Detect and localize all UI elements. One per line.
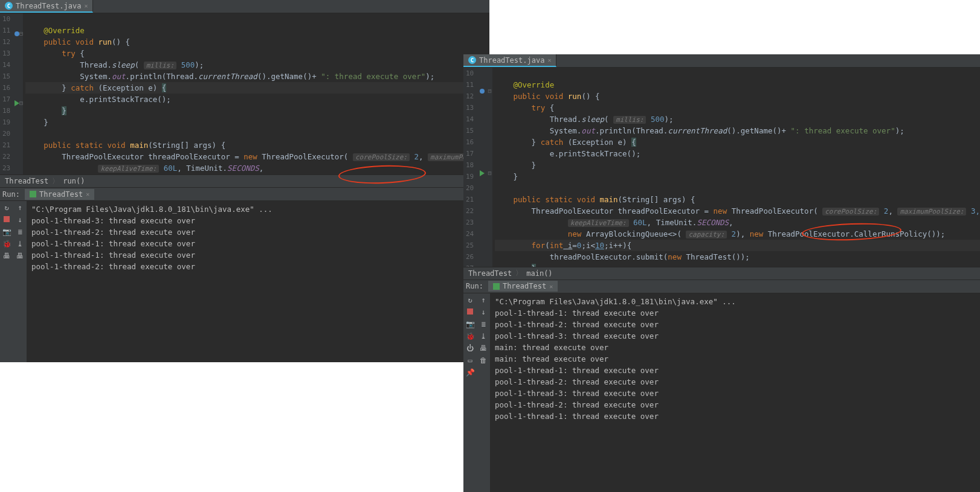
wrap-icon[interactable]: ≣ — [479, 320, 488, 328]
editor-tab-bar: C ThreadTest.java ✕ — [0, 0, 489, 13]
editor-area[interactable]: 1011121314151617181920212223242526272829… — [463, 68, 980, 267]
tab-label: ThreadTest.java — [479, 56, 544, 65]
tab-label: ThreadTest.java — [16, 2, 81, 10]
wrap-icon[interactable]: ≣ — [16, 228, 24, 236]
run-tool-bar: Run: ThreadTest ✕ — [0, 188, 489, 201]
run-config-tab[interactable]: ThreadTest ✕ — [488, 281, 558, 292]
console-output[interactable]: "C:\Program Files\Java\jdk1.8.0_181\bin\… — [490, 293, 980, 493]
ide-window-left: C ThreadTest.java ✕ 10111213141516171819… — [0, 0, 489, 362]
run-tool-col-1: ↻ 📷 🐞 🖶 — [0, 201, 13, 362]
breadcrumb-item[interactable]: ThreadTest — [5, 177, 48, 185]
breadcrumb-bar[interactable]: ThreadTest 〉 run() — [0, 174, 489, 188]
up-icon[interactable]: ↑ — [479, 296, 488, 304]
breadcrumb-bar[interactable]: ThreadTest 〉 main() — [463, 267, 980, 280]
run-config-icon — [30, 191, 36, 197]
breadcrumb-item[interactable]: run() — [63, 177, 85, 185]
scroll-icon[interactable]: ⤓ — [16, 240, 24, 248]
close-icon[interactable]: ✕ — [84, 2, 88, 9]
close-icon[interactable]: ✕ — [547, 57, 551, 63]
class-icon: C — [468, 56, 476, 64]
exit-icon[interactable]: ⏻ — [466, 344, 474, 353]
breadcrumb-separator-icon: 〉 — [52, 176, 59, 187]
run-config-icon — [493, 283, 500, 290]
print-icon[interactable]: 🖶 — [479, 344, 488, 353]
run-tool-bar: Run: ThreadTest ✕ — [463, 280, 980, 293]
console-output[interactable]: "C:\Program Files\Java\jdk1.8.0_181\bin\… — [27, 201, 489, 362]
ide-window-right: C ThreadTest.java ✕ 10111213141516171819… — [463, 54, 980, 492]
code-editor[interactable]: @Override public void run() { try { Thre… — [23, 13, 489, 174]
run-tool-col-2: ↑ ↓ ≣ ⤓ 🖶 🗑 — [477, 293, 490, 493]
pin-icon[interactable]: 📌 — [466, 368, 474, 377]
editor-tab[interactable]: C ThreadTest.java ✕ — [0, 0, 93, 13]
print-icon[interactable]: 🖶 — [16, 252, 24, 260]
gutter-annotations — [478, 68, 487, 267]
run-label: Run: — [466, 282, 483, 290]
breadcrumb-separator-icon: 〉 — [515, 268, 523, 278]
console-panel: ↻ 📷 🐞 🖶 ↑ ↓ ≣ ⤓ 🖶 "C:\Program Files\Java… — [0, 201, 489, 362]
fold-strip: ⊟⊟ — [487, 68, 493, 267]
scroll-icon[interactable]: ⤓ — [479, 332, 488, 340]
console-panel: ↻ 📷 🐞 ⏻ ▭ 📌 ↑ ↓ ≣ ⤓ 🖶 🗑 "C:\Program File… — [463, 293, 980, 493]
print-icon[interactable]: 🖶 — [2, 252, 11, 260]
editor-tab-bar: C ThreadTest.java ✕ — [463, 54, 980, 68]
line-gutter: 1011121314151617181920212223242526272829… — [463, 68, 478, 267]
class-icon: C — [5, 2, 13, 10]
breadcrumb-item[interactable]: main() — [526, 269, 552, 278]
run-tool-col-2: ↑ ↓ ≣ ⤓ 🖶 — [13, 201, 27, 362]
code-editor[interactable]: @Override public void run() { try { Thre… — [492, 68, 980, 267]
breadcrumb-item[interactable]: ThreadTest — [468, 269, 512, 278]
bug-icon[interactable]: 🐞 — [2, 240, 11, 248]
down-icon[interactable]: ↓ — [479, 308, 488, 316]
editor-area[interactable]: 1011121314151617181920212223242526272829… — [0, 13, 489, 174]
run-label: Run: — [2, 190, 20, 199]
up-icon[interactable]: ↑ — [16, 203, 24, 212]
gutter-annotations — [15, 13, 19, 174]
stop-icon[interactable] — [2, 216, 11, 224]
bug-icon[interactable]: 🐞 — [466, 332, 474, 340]
camera-icon[interactable]: 📷 — [466, 320, 474, 328]
trash-icon[interactable]: 🗑 — [479, 356, 488, 365]
run-config-name: ThreadTest — [503, 282, 546, 290]
line-gutter: 1011121314151617181920212223242526272829… — [0, 13, 15, 174]
editor-tab[interactable]: C ThreadTest.java ✕ — [463, 54, 556, 67]
rerun-icon[interactable]: ↻ — [2, 203, 11, 212]
stop-icon[interactable] — [466, 308, 474, 316]
run-tool-col-1: ↻ 📷 🐞 ⏻ ▭ 📌 — [463, 293, 477, 493]
run-config-name: ThreadTest — [39, 190, 83, 199]
trash-icon[interactable]: ▭ — [466, 356, 474, 365]
rerun-icon[interactable]: ↻ — [466, 296, 474, 304]
camera-icon[interactable]: 📷 — [2, 228, 11, 236]
close-icon[interactable]: ✕ — [86, 191, 89, 197]
close-icon[interactable]: ✕ — [549, 283, 553, 290]
down-icon[interactable]: ↓ — [16, 216, 24, 224]
run-config-tab[interactable]: ThreadTest ✕ — [25, 189, 94, 200]
